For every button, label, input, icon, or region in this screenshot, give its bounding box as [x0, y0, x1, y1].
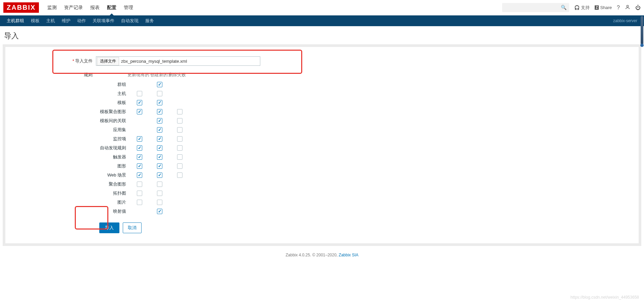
rule-label: 图片: [15, 199, 129, 205]
page-title: 导入: [0, 26, 644, 44]
checkbox-delete[interactable]: [177, 163, 182, 169]
checkbox-update[interactable]: [137, 200, 142, 205]
checkbox-update[interactable]: [137, 191, 142, 196]
checkbox-create[interactable]: [157, 127, 162, 133]
checkbox-update[interactable]: [137, 145, 142, 151]
cancel-button[interactable]: 取消: [123, 222, 142, 233]
footer: Zabbix 4.0.25. © 2001–2020, Zabbix SIA: [0, 246, 644, 267]
checkbox-update[interactable]: [137, 182, 142, 187]
cb-col-update: [129, 182, 150, 187]
cb-col-create: [150, 118, 170, 123]
rule-row: 映射值: [15, 207, 629, 216]
main-nav-item[interactable]: 报表: [87, 0, 103, 15]
checkbox-update[interactable]: [137, 136, 142, 142]
cb-col-create: [150, 100, 170, 105]
sub-nav-item[interactable]: 自动发现: [118, 15, 142, 27]
rule-label: 自动发现规则: [15, 145, 129, 151]
main-nav-item[interactable]: 配置: [104, 0, 120, 15]
checkbox-create[interactable]: [157, 154, 162, 160]
main-nav-item[interactable]: 资产记录: [61, 0, 86, 15]
top-right: 🔍 🎧支持 ZShare ? ⏻: [502, 3, 641, 12]
cb-col-create: [150, 136, 170, 142]
rule-row: 主机: [15, 89, 629, 98]
buttons-row: 导入 取消: [99, 222, 629, 233]
rule-row: 应用集: [15, 125, 629, 134]
checkbox-delete[interactable]: [177, 172, 182, 178]
rule-label: 图形: [15, 163, 129, 169]
cb-col-update: [129, 172, 150, 178]
rule-label: 群组: [15, 82, 129, 88]
checkbox-delete[interactable]: [177, 118, 182, 123]
search-input[interactable]: [502, 3, 569, 12]
rule-row: Web 场景: [15, 170, 629, 180]
cb-col-create: [150, 109, 170, 114]
checkbox-update[interactable]: [137, 91, 142, 96]
cb-col-update: [129, 91, 150, 96]
import-file-label: *导入文件: [15, 58, 96, 64]
checkbox-create[interactable]: [157, 109, 162, 114]
col-update-header: 更新现有的: [126, 72, 150, 78]
power-icon[interactable]: ⏻: [635, 5, 641, 11]
checkbox-update[interactable]: [137, 172, 142, 178]
rule-label: 拓扑图: [15, 190, 129, 196]
checkbox-update[interactable]: [137, 100, 142, 105]
checkbox-update[interactable]: [137, 154, 142, 160]
user-icon[interactable]: [625, 4, 630, 11]
footer-link[interactable]: Zabbix SIA: [339, 253, 359, 257]
sub-nav-item[interactable]: 关联项事件: [89, 15, 118, 27]
rules-label: 规则: [15, 72, 96, 78]
checkbox-create[interactable]: [157, 100, 162, 105]
choose-file-button[interactable]: 选择文件: [97, 57, 119, 65]
checkbox-delete[interactable]: [177, 154, 182, 160]
cb-col-create: [150, 172, 170, 178]
col-create-header: 创建新的: [150, 72, 168, 78]
checkbox-create[interactable]: [157, 200, 162, 205]
checkbox-update[interactable]: [137, 163, 142, 169]
sub-nav-item[interactable]: 动作: [74, 15, 89, 27]
rule-label: 聚合图形: [15, 181, 129, 187]
share-link[interactable]: ZShare: [595, 5, 612, 10]
cb-col-create: [150, 145, 170, 151]
checkbox-create[interactable]: [157, 163, 162, 169]
checkbox-create[interactable]: [157, 136, 162, 142]
checkbox-delete[interactable]: [177, 109, 182, 114]
rule-row: 模板: [15, 98, 629, 107]
checkbox-create[interactable]: [157, 172, 162, 178]
import-button[interactable]: 导入: [99, 222, 119, 233]
main-nav-item[interactable]: 监测: [44, 0, 60, 15]
cb-col-create: [150, 127, 170, 133]
headset-icon: 🎧: [574, 5, 580, 10]
file-input[interactable]: 选择文件 zbx_percona_mysql_template.xml: [96, 56, 260, 66]
main-nav-item[interactable]: 管理: [120, 0, 137, 15]
checkbox-create[interactable]: [157, 145, 162, 151]
rule-label: 触发器: [15, 154, 129, 160]
sub-nav-item[interactable]: 服务: [142, 15, 157, 27]
checkbox-create[interactable]: [157, 91, 162, 96]
sub-nav-item[interactable]: 模板: [28, 15, 43, 27]
logo[interactable]: ZABBIX: [3, 2, 39, 13]
main-nav: 监测资产记录报表配置管理: [44, 0, 137, 15]
checkbox-create[interactable]: [157, 82, 162, 87]
cb-col-create: [150, 154, 170, 160]
cb-col-create: [150, 200, 170, 205]
sub-nav-item[interactable]: 维护: [58, 15, 74, 27]
sub-nav-item[interactable]: 主机: [43, 15, 58, 27]
cb-col-update: [129, 154, 150, 160]
checkbox-delete[interactable]: [177, 136, 182, 142]
checkbox-update[interactable]: [137, 109, 142, 114]
cb-col-update: [129, 100, 150, 105]
checkbox-delete[interactable]: [177, 127, 182, 133]
topbar: ZABBIX 监测资产记录报表配置管理 🔍 🎧支持 ZShare ? ⏻: [0, 0, 644, 15]
search-icon[interactable]: 🔍: [561, 5, 567, 10]
sub-nav-item[interactable]: 主机群组: [3, 15, 28, 27]
support-link[interactable]: 🎧支持: [574, 5, 590, 11]
checkbox-delete[interactable]: [177, 145, 182, 151]
share-z-icon: Z: [595, 5, 599, 10]
checkbox-create[interactable]: [157, 182, 162, 187]
checkbox-create[interactable]: [157, 118, 162, 123]
rules-container: 群组主机模板模板聚合图形模板间的关联应用集监控项自动发现规则触发器图形Web 场…: [15, 80, 629, 216]
checkbox-create[interactable]: [157, 191, 162, 196]
checkbox-create[interactable]: [157, 209, 162, 214]
rule-label: 映射值: [15, 208, 129, 214]
help-icon[interactable]: ?: [617, 5, 620, 11]
